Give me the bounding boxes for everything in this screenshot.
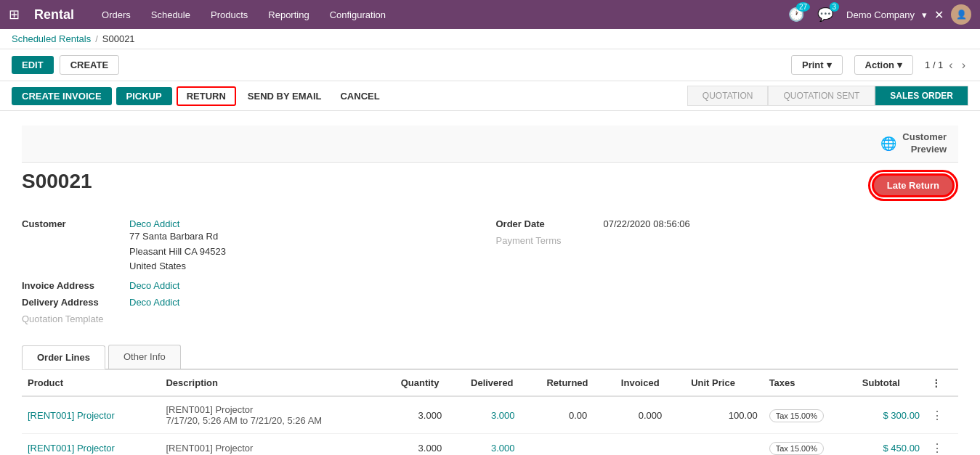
print-button[interactable]: Print ▾ (791, 55, 843, 75)
breadcrumb-current: S00021 (102, 33, 135, 44)
tab-order-lines[interactable]: Order Lines (22, 345, 105, 369)
step-quotation[interactable]: QUOTATION (687, 86, 769, 106)
top-nav-right: 🕐 27 💬 3 Demo Company ▾ ✕ 👤 (788, 4, 971, 25)
row2-returned (540, 434, 615, 455)
table-section: Product Description Quantity Delivered R… (22, 369, 958, 455)
row2-product: [RENT001] Projector (22, 434, 160, 455)
customer-name[interactable]: Deco Addict (129, 218, 226, 229)
col-unit-price: Unit Price (685, 370, 763, 396)
document-number: S00021 (22, 170, 92, 193)
row1-unit-price: 100.00 (685, 396, 763, 434)
doc-header: S00021 Late Return (22, 163, 958, 201)
pagination-text: 1 / 1 (925, 60, 943, 70)
action-label: Action (865, 60, 894, 70)
tab-other-info[interactable]: Other Info (108, 345, 181, 369)
return-button[interactable]: RETURN (177, 86, 236, 106)
create-invoice-button[interactable]: CREATE INVOICE (12, 87, 112, 105)
next-page-button[interactable]: › (959, 57, 968, 73)
row1-returned: 0.00 (540, 396, 615, 434)
col-taxes: Taxes (764, 370, 857, 396)
order-date-value: 07/22/2020 08:56:06 (604, 218, 690, 229)
user-avatar[interactable]: 👤 (951, 4, 971, 25)
row1-invoiced: 0.000 (615, 396, 685, 434)
row2-delivered: 3.000 (465, 434, 540, 455)
payment-terms-label: Payment Terms (496, 235, 562, 246)
breadcrumb-parent[interactable]: Scheduled Rentals (12, 33, 91, 44)
col-product: Product (22, 370, 160, 396)
col-subtotal: Subtotal (857, 370, 926, 396)
payment-terms-row: Payment Terms (496, 235, 959, 246)
action-dropdown-icon: ▾ (897, 60, 902, 70)
delivery-address-value[interactable]: Deco Addict (129, 297, 179, 308)
col-delivered: Delivered (465, 370, 540, 396)
print-label: Print (802, 60, 824, 70)
prev-page-button[interactable]: ‹ (946, 57, 955, 73)
row2-subtotal: $ 450.00 (857, 434, 926, 455)
customer-row: Customer Deco Addict 77 Santa Barbara Rd… (22, 218, 485, 274)
action-bar: EDIT CREATE Print ▾ Action ▾ 1 / 1 ‹ › (0, 49, 980, 81)
left-info: Customer Deco Addict 77 Santa Barbara Rd… (22, 218, 485, 330)
row2-more[interactable]: ⋮ (926, 434, 958, 455)
chat-badge: 3 (830, 2, 840, 12)
col-returned: Returned (540, 370, 615, 396)
close-icon[interactable]: ✕ (934, 8, 944, 22)
col-quantity: Quantity (395, 370, 465, 396)
chat-notification[interactable]: 💬 3 (817, 7, 833, 22)
row2-quantity: 3.000 (395, 434, 465, 455)
row2-unit-price (685, 434, 763, 455)
create-button[interactable]: CREATE (60, 55, 119, 75)
invoice-address-label: Invoice Address (22, 280, 123, 291)
customer-label: Customer (22, 218, 123, 274)
info-grid: Customer Deco Addict 77 Santa Barbara Rd… (22, 218, 958, 330)
right-info: Order Date 07/22/2020 08:56:06 Payment T… (496, 218, 959, 330)
nav-products[interactable]: Products (206, 7, 252, 23)
nav-schedule[interactable]: Schedule (147, 7, 195, 23)
dropdown-icon[interactable]: ▾ (922, 9, 927, 20)
nav-reporting[interactable]: Reporting (264, 7, 313, 23)
cancel-button[interactable]: CANCEL (333, 87, 386, 105)
step-sales-order[interactable]: SALES ORDER (875, 86, 968, 106)
clock-notification[interactable]: 🕐 27 (788, 7, 804, 22)
row1-description: [RENT001] Projector 7/17/20, 5:26 AM to … (160, 396, 394, 434)
globe-icon: 🌐 (880, 136, 896, 152)
delivery-address-row: Delivery Address Deco Addict (22, 297, 485, 308)
table-header-row: Product Description Quantity Delivered R… (22, 370, 958, 396)
top-nav: ⊞ Rental Orders Schedule Products Report… (0, 0, 980, 29)
pickup-button[interactable]: PICKUP (116, 87, 172, 105)
table-row: [RENT001] Projector [RENT001] Projector … (22, 396, 958, 434)
sub-action-bar: CREATE INVOICE PICKUP RETURN SEND BY EMA… (0, 81, 980, 111)
send-by-email-button[interactable]: SEND BY EMAIL (240, 87, 329, 105)
row1-more[interactable]: ⋮ (926, 396, 958, 434)
row2-invoiced (615, 434, 685, 455)
step-quotation-sent[interactable]: QUOTATION SENT (768, 86, 875, 106)
quotation-template-row: Quotation Template (22, 313, 485, 324)
action-button[interactable]: Action ▾ (854, 55, 913, 75)
table-row: [RENT001] Projector [RENT001] Projector … (22, 434, 958, 455)
tabs: Order Lines Other Info (22, 345, 958, 369)
late-return-badge: Late Return (872, 173, 955, 197)
main-content: 🌐 Customer Preview S00021 Late Return Cu… (0, 111, 980, 455)
customer-address: 77 Santa Barbara Rd Pleasant Hill CA 945… (129, 229, 226, 274)
col-more: ⋮ (926, 370, 958, 396)
print-dropdown-icon: ▾ (827, 60, 832, 70)
col-invoiced: Invoiced (615, 370, 685, 396)
invoice-address-value[interactable]: Deco Addict (129, 280, 179, 291)
edit-button[interactable]: EDIT (12, 56, 54, 74)
col-description: Description (160, 370, 394, 396)
quotation-template-label: Quotation Template (22, 313, 104, 324)
customer-value-block: Deco Addict 77 Santa Barbara Rd Pleasant… (129, 218, 226, 274)
document-area: 🌐 Customer Preview S00021 Late Return Cu… (0, 111, 980, 455)
invoice-address-row: Invoice Address Deco Addict (22, 280, 485, 291)
delivery-address-label: Delivery Address (22, 297, 123, 308)
app-grid-icon[interactable]: ⊞ (9, 7, 20, 22)
customer-preview-text[interactable]: Customer Preview (902, 131, 947, 156)
row1-delivered: 3.000 (465, 396, 540, 434)
company-selector[interactable]: Demo Company (846, 9, 915, 20)
nav-orders[interactable]: Orders (97, 7, 135, 23)
row1-quantity: 3.000 (395, 396, 465, 434)
nav-configuration[interactable]: Configuration (325, 7, 390, 23)
order-date-row: Order Date 07/22/2020 08:56:06 (496, 218, 959, 229)
customer-preview-bar: 🌐 Customer Preview (22, 126, 958, 163)
row2-taxes: Tax 15.00% (764, 434, 857, 455)
breadcrumb: Scheduled Rentals / S00021 (0, 29, 980, 49)
